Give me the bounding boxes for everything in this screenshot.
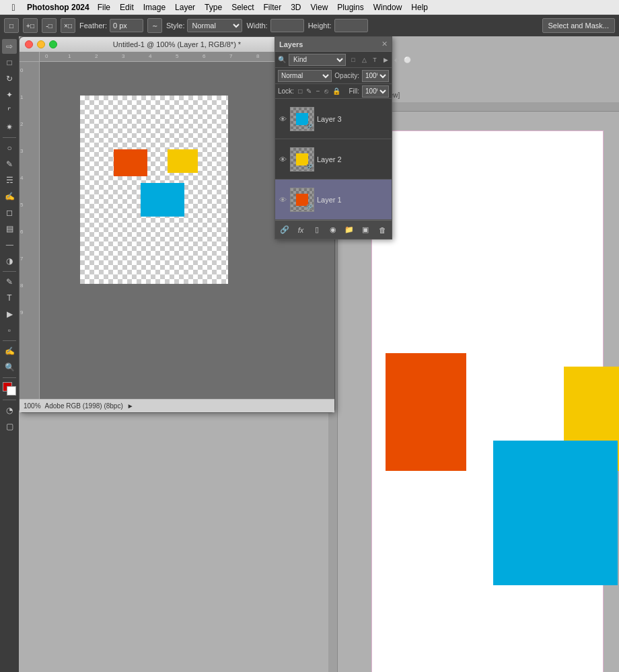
rectangle-select-tool[interactable]: □ [2, 55, 17, 70]
traffic-lights [25, 40, 57, 48]
filter-icon[interactable]: ⚪ [402, 55, 412, 65]
select-and-mask-button[interactable]: Select and Mask... [542, 18, 616, 33]
history-brush-tool[interactable]: ✍ [2, 189, 17, 204]
shape-tool[interactable]: ▫ [2, 323, 17, 338]
feather-input[interactable] [110, 19, 143, 32]
menu-filter[interactable]: Filter [263, 3, 281, 12]
subtract-selection-icon[interactable]: -□ [42, 18, 57, 33]
blur-tool[interactable]: ⸻ [2, 237, 17, 252]
smart-object-icon[interactable]: ◆ [392, 55, 401, 65]
intersect-selection-icon[interactable]: ×□ [61, 18, 75, 33]
new-layer-icon[interactable]: ▣ [359, 223, 372, 237]
toolbar-separator-5 [3, 400, 16, 400]
lock-image-icon[interactable]: ✎ [306, 87, 312, 96]
width-input[interactable] [270, 19, 304, 32]
menu-file[interactable]: File [98, 3, 110, 12]
text-tool[interactable]: T [2, 291, 17, 305]
vertical-ruler: 0 1 2 3 4 5 6 7 8 9 [20, 62, 40, 399]
orange-rect-small [114, 149, 147, 176]
quick-mask-tool[interactable]: ◔ [2, 403, 17, 418]
new-group-icon[interactable]: 📁 [342, 223, 356, 237]
menu-3d[interactable]: 3D [291, 3, 301, 12]
minimize-button[interactable] [37, 40, 45, 48]
menu-edit[interactable]: Edit [120, 3, 134, 12]
brush-tool[interactable]: ✎ [2, 157, 17, 172]
layer-2-visibility-icon[interactable]: 👁 [278, 155, 287, 164]
clone-stamp-tool[interactable]: ☴ [2, 173, 17, 188]
layers-panel-close-button[interactable]: ✕ [381, 40, 388, 48]
layer-item-1[interactable]: 👁 🔗 Layer 1 [275, 180, 392, 220]
lock-artboard-icon[interactable]: ⎋ [324, 87, 329, 96]
hand-tool[interactable]: ✍ [2, 344, 17, 359]
gradient-tool[interactable]: ▤ [2, 221, 17, 236]
height-input[interactable] [334, 19, 368, 32]
pen-tool[interactable]: ✎ [2, 274, 17, 289]
menu-type[interactable]: Type [205, 3, 222, 12]
menu-bar:  Photoshop 2024 File Edit Image Layer T… [0, 0, 619, 15]
close-button[interactable] [25, 40, 33, 48]
zoom-tool[interactable]: 🔍 [2, 360, 17, 375]
feather-label: Feather: [79, 19, 143, 32]
add-mask-icon[interactable]: ▯ [310, 223, 324, 237]
menu-select[interactable]: Select [231, 3, 254, 12]
document-canvas[interactable] [80, 96, 228, 284]
new-selection-icon[interactable]: □ [4, 18, 19, 33]
eraser-tool[interactable]: ◻ [2, 205, 17, 220]
maximize-button[interactable] [49, 40, 57, 48]
lasso-tool[interactable]: ↻ [2, 71, 17, 86]
path-select-tool[interactable]: ▶ [2, 307, 17, 322]
menu-view[interactable]: View [311, 3, 328, 12]
lock-label: Lock: [278, 87, 294, 95]
text-layer-icon[interactable]: T [370, 55, 379, 65]
lock-transparent-icon[interactable]: □ [298, 87, 303, 96]
toolbar-separator-4 [3, 377, 16, 378]
layer-3-visibility-icon[interactable]: 👁 [278, 114, 287, 124]
style-label: Style: Normal Fixed Ratio Fixed Size [166, 19, 243, 32]
add-selection-icon[interactable]: +□ [23, 18, 38, 33]
heal-tool[interactable]: ○ [2, 141, 17, 155]
fill-row: Fill: 100% 75% 50% [349, 85, 389, 98]
adjustment-layer-icon[interactable]: △ [359, 55, 369, 65]
layer-kind-select[interactable]: Kind Name Effect Mode Attribute Color Sm… [289, 54, 346, 66]
screen-mode-tool[interactable]: ▢ [2, 419, 17, 434]
menu-plugins[interactable]: Plugins [337, 3, 363, 12]
apple-menu[interactable]:  [0, 2, 27, 13]
left-toolbar: ⇨ □ ↻ ✦ ⌜ ✷ ○ ✎ ☴ ✍ ◻ ▤ ⸻ ◑ ✎ T ▶ ▫ ✍ 🔍 … [0, 36, 19, 672]
background-color[interactable] [7, 386, 16, 396]
layers-panel-title: Layers [279, 40, 303, 48]
layer-1-name: Layer 1 [317, 196, 389, 204]
delete-layer-icon[interactable]: 🗑 [375, 223, 389, 237]
layer-item-2[interactable]: 👁 🔗 Layer 2 [275, 139, 392, 180]
crop-tool[interactable]: ⌜ [2, 104, 17, 118]
layer-item-3[interactable]: 👁 🔗 Layer 3 [275, 99, 392, 139]
orange-rect-large [386, 353, 466, 471]
layer-1-link-icon: 🔗 [307, 204, 312, 210]
anti-alias-icon[interactable]: ∼ [147, 18, 162, 33]
style-select[interactable]: Normal Fixed Ratio Fixed Size [187, 19, 242, 32]
pixel-layer-icon[interactable]: □ [349, 55, 358, 65]
document-title: Untitled-1 @ 100% (Layer 1, RGB/8*) * [113, 40, 241, 48]
layer-1-visibility-icon[interactable]: 👁 [278, 195, 287, 204]
menu-layer[interactable]: Layer [175, 3, 195, 12]
opacity-select[interactable]: 100% 75% 50% 25% [362, 70, 389, 82]
layer-2-link-icon: 🔗 [307, 164, 312, 170]
blend-mode-select[interactable]: Normal Dissolve Multiply Screen Overlay [278, 70, 332, 82]
color-swatches[interactable] [3, 382, 16, 396]
move-tool[interactable]: ⇨ [2, 39, 17, 54]
adjustment-icon[interactable]: ◉ [326, 223, 340, 237]
shape-layer-icon[interactable]: ▶ [381, 55, 390, 65]
quick-select-tool[interactable]: ✦ [2, 87, 17, 102]
menu-image[interactable]: Image [143, 3, 166, 12]
options-bar: □ +□ -□ ×□ Feather: ∼ Style: Normal Fixe… [0, 15, 619, 36]
fill-select[interactable]: 100% 75% 50% [362, 85, 389, 98]
eyedropper-tool[interactable]: ✷ [2, 120, 17, 135]
fx-button[interactable]: fx [294, 223, 307, 237]
menu-help[interactable]: Help [411, 3, 428, 12]
layer-link-icon[interactable]: 🔗 [278, 223, 291, 237]
menu-window[interactable]: Window [373, 3, 402, 12]
lock-position-icon[interactable]: − [316, 87, 320, 96]
canvas-area: Untitled-1 @ 100% (Layer 1, RGB/8*) * 0 … [19, 36, 619, 672]
dodge-tool[interactable]: ◑ [2, 254, 17, 268]
document-status-bar: 100% Adobe RGB (1998) (8bpc) ► [20, 399, 334, 412]
lock-all-icon[interactable]: 🔒 [332, 87, 340, 96]
